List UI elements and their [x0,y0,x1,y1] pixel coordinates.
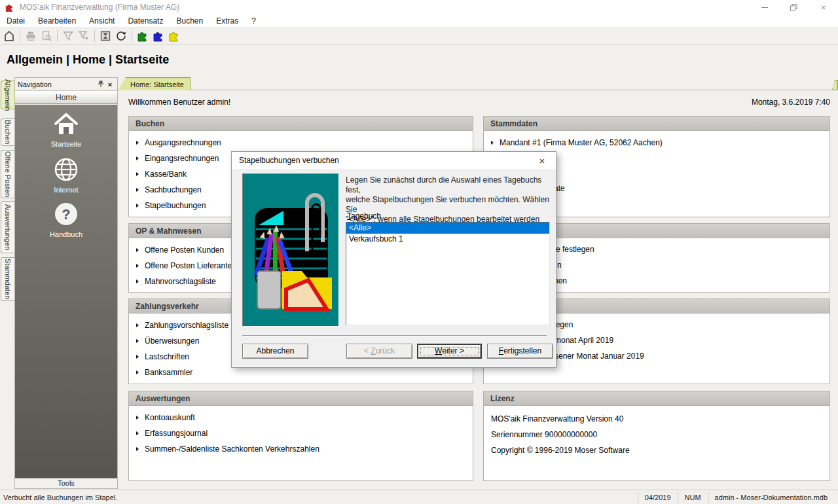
question-icon: ? [54,202,79,226]
hourglass-icon[interactable] [98,29,113,43]
welcome-text: Willkommen Benutzer admin! [128,98,230,107]
date-text: Montag, 3.6.2019 7:40 [752,98,830,107]
application-window: MOS'aik Finanzverwaltung (Firma Muster A… [0,0,838,504]
zurueck-button[interactable]: < Zurück [346,344,412,359]
fertigstellen-button[interactable]: Fertigstellen [487,344,553,359]
window-title: MOS'aik Finanzverwaltung (Firma Muster A… [20,3,179,12]
navigation-title: Navigation [18,81,96,88]
filter-icon[interactable] [60,29,76,43]
dialog-title: Stapelbuchungen verbuchen [232,156,528,165]
bullet-icon [136,447,139,451]
wizard-image [242,173,339,327]
print-icon[interactable] [23,29,39,43]
link-ausgangsrechnungen[interactable]: Ausgangsrechnungen [129,135,473,151]
dialog-separator [242,335,547,336]
vtab-buchen[interactable]: Buchen [1,118,14,146]
abbrechen-button[interactable]: Abbrechen [242,344,308,359]
puzzle-yellow-icon[interactable] [166,29,182,43]
obscured-link-fragment[interactable]: smonat April 2019 [551,336,613,345]
status-message: Verbucht alle Buchungen im Stapel. [0,494,638,501]
close-button[interactable]: × [809,0,838,14]
svg-text:?: ? [62,206,70,223]
list-item-verkaufsbuch-1[interactable]: Verkaufsbuch 1 [346,234,549,245]
tab-sliver [832,80,838,90]
bullet-icon [136,204,139,207]
section-lizenz-title: Lizenz [484,391,829,406]
vtab-allgemein[interactable]: Allgemein [1,81,14,109]
title-bar: MOS'aik Finanzverwaltung (Firma Muster A… [0,0,838,14]
dialog-close-icon[interactable]: × [528,152,556,169]
refresh-icon[interactable] [113,29,129,43]
nav-item-startseite[interactable]: Startseite [15,113,117,148]
nav-item-handbuch[interactable]: ? Handbuch [15,202,117,238]
obscured-link-fragment[interactable]: n [557,261,562,270]
menu-ansicht[interactable]: Ansicht [82,14,121,27]
section-buchen-title: Buchen [129,117,473,131]
section-stammdaten-title: Stammdaten [484,117,829,131]
weiter-button[interactable]: Weiter > [417,344,482,359]
link-summen-saldenliste[interactable]: Summen-/Saldenliste Sachkonten Verkehrsz… [129,441,473,457]
bullet-icon [136,188,139,192]
app-puzzle-icon [5,3,14,12]
dialog-stapelbuchungen-verbuchen: Stapelbuchungen verbuchen × [231,151,556,368]
menu-datei[interactable]: Datei [0,14,31,27]
menu-help[interactable]: ? [245,14,263,27]
menu-bearbeiten[interactable]: Bearbeiten [31,14,82,27]
nav-body: Startseite Internet ? Handbuch [15,105,117,478]
nav-group-home[interactable]: Home [15,90,117,104]
filter-edit-icon[interactable] [76,29,92,43]
tagebuch-listbox[interactable]: <Alle> Verkaufsbuch 1 [346,222,550,325]
link-erfassungsjournal[interactable]: Erfassungsjournal [129,425,473,441]
vtab-offene-posten[interactable]: Offene Posten [1,150,14,198]
vtab-auswertungen[interactable]: Auswertungen [1,201,14,253]
obscured-link-fragment[interactable]: ssener Monat Januar 2019 [551,351,644,361]
tagebuch-label: Tagebuch [347,211,381,221]
minimize-button[interactable] [750,0,779,14]
globe-icon [54,157,79,182]
menu-extras[interactable]: Extras [210,14,245,27]
status-bar: Verbucht alle Buchungen im Stapel. 04/20… [0,490,838,504]
bullet-icon [136,156,139,160]
puzzle-green-icon[interactable] [135,29,151,43]
bullet-icon [136,355,139,359]
bullet-icon [136,172,139,176]
status-period: 04/2019 [638,492,678,503]
dialog-title-bar[interactable]: Stapelbuchungen verbuchen × [232,152,556,169]
bullet-icon [136,431,139,435]
tab-home-startseite[interactable]: Home: Startseite [118,77,191,90]
list-item-alle[interactable]: <Alle> [346,223,549,234]
section-lizenz: Lizenz MOS'aik Finanzverwaltung Version … [483,391,830,481]
home-icon [53,113,79,136]
bullet-icon [136,264,139,268]
breadcrumb: Allgemein | Home | Startseite [7,53,169,67]
tools-bar[interactable]: Tools [15,478,117,488]
home-icon[interactable] [1,29,17,43]
vtab-stammdaten[interactable]: Stammdaten [1,257,14,301]
status-user-db: admin - Moser-Dokumentation.mdb [708,492,834,503]
breadcrumb-bar: Allgemein | Home | Startseite [0,45,838,77]
print-preview-icon[interactable] [39,29,54,43]
tab-divider [191,90,831,90]
bullet-icon [136,279,139,283]
menu-bar: Datei Bearbeiten Ansicht Datensatz Buche… [0,14,838,27]
status-num-lock: NUM [678,492,708,503]
bullet-icon [491,141,494,145]
license-version: MOS'aik Finanzverwaltung Version 40 [484,411,829,427]
menu-datensatz[interactable]: Datensatz [121,14,170,27]
obscured-link-fragment[interactable]: e festlegen [556,245,594,254]
navigation-panel: Navigation × Home Startseite Internet ? … [14,77,118,489]
restore-button[interactable] [779,0,809,14]
menu-buchen[interactable]: Buchen [170,14,210,27]
bullet-icon [136,416,139,420]
nav-item-internet[interactable]: Internet [15,157,117,194]
link-mandant[interactable]: Mandant #1 (Firma Muster AG, 52062 Aache… [484,135,829,151]
obscured-link-fragment[interactable]: legen [554,320,573,329]
link-kontoauskunft[interactable]: Kontoauskunft [129,410,473,425]
bullet-icon [136,339,139,343]
section-auswertungen-title: Auswertungen [129,391,473,406]
nav-close-icon[interactable]: × [105,80,115,89]
puzzle-blue-icon[interactable] [151,29,166,43]
license-serial: Seriennummer 900000000000 [484,427,829,442]
pin-icon[interactable] [96,80,105,89]
bullet-icon [136,141,139,145]
